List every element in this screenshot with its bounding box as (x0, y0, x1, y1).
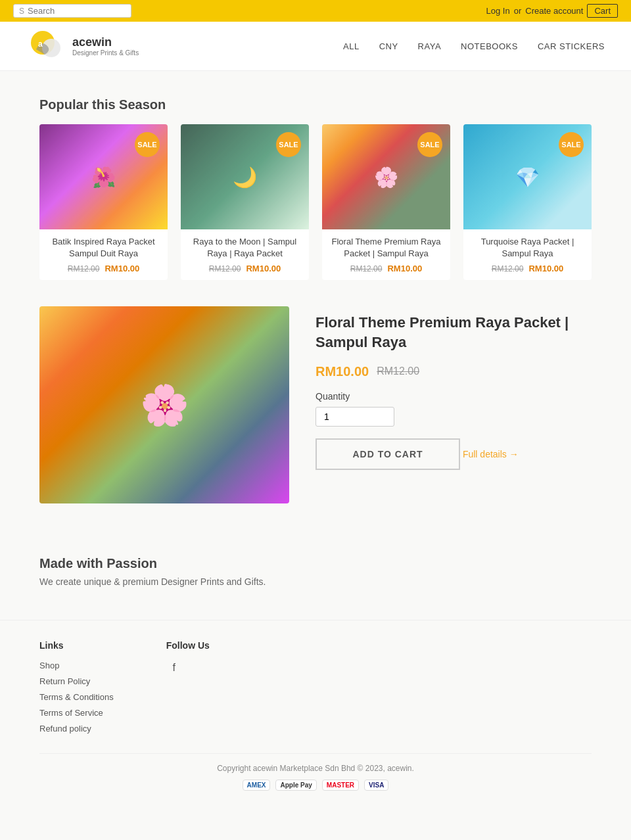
product-card-floral[interactable]: 🌸 SALE Floral Theme Premium Raya Packet … (322, 124, 450, 280)
footer-link-terms-conditions[interactable]: Terms & Conditions (39, 692, 114, 702)
footer-links-list: Shop Return Policy Terms & Conditions Te… (39, 660, 114, 734)
price-new-turquoise: RM10.00 (528, 264, 563, 273)
price-old-raya-moon: RM12.00 (209, 264, 241, 273)
product-card-img-turquoise: 💎 SALE (463, 124, 592, 229)
detail-price-old: RM12.00 (377, 365, 419, 377)
product-name-raya-moon: Raya to the Moon | Sampul Raya | Raya Pa… (186, 236, 304, 260)
footer-follow-title: Follow Us (166, 640, 210, 651)
footer-link-refund[interactable]: Refund policy (39, 724, 91, 734)
footer-links-col: Links Shop Return Policy Terms & Conditi… (39, 640, 114, 734)
facebook-link[interactable]: f (166, 660, 182, 676)
product-card-raya-moon[interactable]: 🌙 SALE Raya to the Moon | Sampul Raya | … (181, 124, 309, 280)
or-text: or (514, 6, 522, 16)
logo-icon: a (26, 30, 66, 62)
detail-prices: RM10.00 RM12.00 (316, 364, 592, 379)
payment-visa: VISA (364, 780, 388, 791)
copyright-text: Copyright acewin Marketplace Sdn Bhd © 2… (39, 764, 592, 773)
footer-link-return[interactable]: Return Policy (39, 676, 90, 686)
passion-section: Made with Passion We create unique & pre… (39, 536, 592, 594)
price-new-floral: RM10.00 (387, 264, 422, 273)
footer-link-terms-service[interactable]: Terms of Service (39, 708, 103, 718)
footer-bottom: Copyright acewin Marketplace Sdn Bhd © 2… (39, 753, 592, 791)
passion-description: We create unique & premium Designer Prin… (39, 576, 592, 587)
detail-product-title: Floral Theme Premium Raya Packet | Sampu… (316, 313, 592, 352)
search-wrap[interactable]: S (13, 4, 131, 18)
logo[interactable]: a acewin Designer Prints & Gifts (26, 30, 139, 62)
logo-subtitle: Designer Prints & Gifts (72, 49, 139, 57)
product-prices-floral: RM12.00 RM10.00 (327, 264, 445, 273)
nav-raya[interactable]: RAYA (418, 41, 441, 51)
top-bar: S Log In or Create account Cart (0, 0, 631, 22)
product-card-info-raya-moon: Raya to the Moon | Sampul Raya | Raya Pa… (181, 229, 309, 280)
sale-badge-floral: SALE (417, 132, 442, 157)
main-content: Popular this Season 🌺 SALE Batik Inspire… (0, 71, 631, 620)
product-card-img-batik: 🌺 SALE (39, 124, 168, 229)
product-prices-batik: RM12.00 RM10.00 (45, 264, 162, 273)
payment-master: MASTER (322, 780, 359, 791)
cart-button[interactable]: Cart (587, 4, 618, 18)
price-new-raya-moon: RM10.00 (246, 264, 281, 273)
svg-text:a: a (38, 39, 43, 49)
products-grid: 🌺 SALE Batik Inspired Raya Packet Sampul… (39, 124, 592, 280)
sale-badge-batik: SALE (135, 132, 160, 157)
product-detail-image: 🌸 (39, 306, 289, 503)
nav-all[interactable]: ALL (343, 41, 360, 51)
nav-notebooks[interactable]: NOTEBOOKS (461, 41, 518, 51)
create-account-link[interactable]: Create account (525, 6, 583, 16)
popular-section-title: Popular this Season (39, 97, 592, 112)
price-old-turquoise: RM12.00 (492, 264, 524, 273)
payment-icons: AMEX Apple Pay MASTER VISA (39, 780, 592, 791)
nav-car-stickers[interactable]: CAR STICKERS (538, 41, 605, 51)
detail-price-new: RM10.00 (316, 364, 369, 379)
passion-title: Made with Passion (39, 556, 592, 571)
logo-name: acewin (72, 35, 139, 50)
top-bar-links: Log In or Create account Cart (486, 4, 618, 18)
footer-follow-col: Follow Us f (166, 640, 210, 734)
payment-amex: AMEX (243, 780, 271, 791)
sale-badge-turquoise: SALE (559, 132, 584, 157)
add-to-cart-button[interactable]: ADD TO CART (316, 438, 460, 470)
footer-links-title: Links (39, 640, 114, 651)
product-card-img-raya-moon: 🌙 SALE (181, 124, 309, 229)
quantity-label: Quantity (316, 391, 592, 402)
sale-badge-raya-moon: SALE (276, 132, 301, 157)
product-card-turquoise[interactable]: 💎 SALE Turquoise Raya Packet | Sampul Ra… (463, 124, 592, 280)
detail-floral-visual: 🌸 (39, 306, 289, 503)
product-detail: 🌸 Floral Theme Premium Raya Packet | Sam… (39, 306, 592, 503)
product-prices-turquoise: RM12.00 RM10.00 (469, 264, 586, 273)
footer-link-shop[interactable]: Shop (39, 661, 59, 670)
search-icon: S (19, 7, 24, 16)
product-card-img-floral: 🌸 SALE (322, 124, 450, 229)
product-card-info-batik: Batik Inspired Raya Packet Sampul Duit R… (39, 229, 168, 280)
full-details-link[interactable]: Full details → (463, 449, 519, 459)
product-card-info-turquoise: Turquoise Raya Packet | Sampul Raya RM12… (463, 229, 592, 280)
search-input[interactable] (28, 6, 126, 16)
main-nav: ALL CNY RAYA NOTEBOOKS CAR STICKERS (343, 41, 605, 51)
product-card-batik[interactable]: 🌺 SALE Batik Inspired Raya Packet Sampul… (39, 124, 168, 280)
product-name-turquoise: Turquoise Raya Packet | Sampul Raya (469, 236, 586, 260)
price-old-batik: RM12.00 (68, 264, 100, 273)
product-card-info-floral: Floral Theme Premium Raya Packet | Sampu… (322, 229, 450, 280)
footer: Links Shop Return Policy Terms & Conditi… (0, 620, 631, 804)
payment-apple: Apple Pay (275, 780, 316, 791)
product-name-floral: Floral Theme Premium Raya Packet | Sampu… (327, 236, 445, 260)
product-name-batik: Batik Inspired Raya Packet Sampul Duit R… (45, 236, 162, 260)
price-new-batik: RM10.00 (105, 264, 139, 273)
nav-cny[interactable]: CNY (379, 41, 398, 51)
product-detail-info: Floral Theme Premium Raya Packet | Sampu… (316, 306, 592, 489)
login-link[interactable]: Log In (486, 6, 510, 16)
price-old-floral: RM12.00 (350, 264, 383, 273)
header: a acewin Designer Prints & Gifts ALL CNY… (0, 22, 631, 71)
footer-top: Links Shop Return Policy Terms & Conditi… (39, 640, 592, 734)
quantity-input[interactable] (316, 407, 394, 427)
product-prices-raya-moon: RM12.00 RM10.00 (186, 264, 304, 273)
